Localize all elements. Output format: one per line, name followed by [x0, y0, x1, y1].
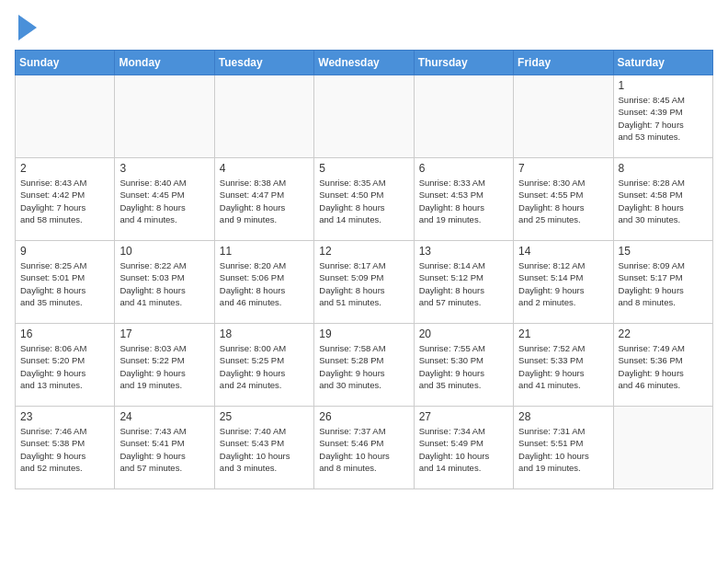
- day-number: 25: [220, 410, 309, 423]
- logo: [15, 15, 37, 40]
- calendar-cell: 4Sunrise: 8:38 AM Sunset: 4:47 PM Daylig…: [214, 158, 313, 241]
- day-info: Sunrise: 8:03 AM Sunset: 5:22 PM Dayligh…: [119, 342, 209, 391]
- day-info: Sunrise: 7:55 AM Sunset: 5:30 PM Dayligh…: [419, 342, 508, 391]
- header: [15, 15, 713, 40]
- day-number: 13: [419, 245, 508, 258]
- calendar-cell: 5Sunrise: 8:35 AM Sunset: 4:50 PM Daylig…: [314, 158, 414, 241]
- day-info: Sunrise: 7:40 AM Sunset: 5:43 PM Dayligh…: [220, 425, 309, 474]
- calendar-cell: 21Sunrise: 7:52 AM Sunset: 5:33 PM Dayli…: [514, 324, 613, 407]
- calendar-cell: 1Sunrise: 8:45 AM Sunset: 4:39 PM Daylig…: [613, 75, 712, 158]
- day-number: 1: [619, 79, 708, 92]
- day-number: 17: [119, 327, 209, 340]
- day-info: Sunrise: 8:30 AM Sunset: 4:55 PM Dayligh…: [518, 177, 608, 225]
- calendar-cell: 12Sunrise: 8:17 AM Sunset: 5:09 PM Dayli…: [314, 241, 414, 324]
- calendar-cell: 10Sunrise: 8:22 AM Sunset: 5:03 PM Dayli…: [115, 241, 214, 324]
- calendar-week-row: 1Sunrise: 8:45 AM Sunset: 4:39 PM Daylig…: [16, 75, 713, 158]
- calendar-week-row: 23Sunrise: 7:46 AM Sunset: 5:38 PM Dayli…: [16, 407, 713, 489]
- day-info: Sunrise: 7:43 AM Sunset: 5:41 PM Dayligh…: [119, 425, 209, 474]
- weekday-header: Friday: [514, 51, 613, 75]
- calendar-week-row: 9Sunrise: 8:25 AM Sunset: 5:01 PM Daylig…: [16, 241, 713, 324]
- day-info: Sunrise: 8:38 AM Sunset: 4:47 PM Dayligh…: [220, 177, 309, 225]
- calendar-cell: 22Sunrise: 7:49 AM Sunset: 5:36 PM Dayli…: [613, 324, 712, 407]
- day-info: Sunrise: 8:09 AM Sunset: 5:17 PM Dayligh…: [619, 259, 708, 308]
- calendar-table: SundayMondayTuesdayWednesdayThursdayFrid…: [15, 50, 713, 489]
- day-number: 4: [220, 162, 309, 175]
- calendar-cell: 19Sunrise: 7:58 AM Sunset: 5:28 PM Dayli…: [314, 324, 414, 407]
- calendar-cell: 7Sunrise: 8:30 AM Sunset: 4:55 PM Daylig…: [514, 158, 613, 241]
- day-info: Sunrise: 8:00 AM Sunset: 5:25 PM Dayligh…: [220, 342, 309, 391]
- day-info: Sunrise: 7:46 AM Sunset: 5:38 PM Dayligh…: [20, 425, 109, 474]
- day-info: Sunrise: 7:34 AM Sunset: 5:49 PM Dayligh…: [419, 425, 508, 474]
- calendar-cell: 15Sunrise: 8:09 AM Sunset: 5:17 PM Dayli…: [613, 241, 712, 324]
- weekday-header: Sunday: [16, 51, 115, 75]
- weekday-header: Tuesday: [214, 51, 313, 75]
- calendar-cell: [514, 75, 613, 158]
- calendar-cell: 9Sunrise: 8:25 AM Sunset: 5:01 PM Daylig…: [16, 241, 115, 324]
- day-number: 9: [20, 245, 109, 258]
- calendar-cell: 20Sunrise: 7:55 AM Sunset: 5:30 PM Dayli…: [414, 324, 513, 407]
- weekday-header: Saturday: [613, 51, 712, 75]
- day-info: Sunrise: 8:35 AM Sunset: 4:50 PM Dayligh…: [319, 177, 408, 225]
- day-number: 6: [419, 162, 508, 175]
- day-number: 11: [220, 245, 309, 258]
- day-number: 5: [319, 162, 408, 175]
- calendar-cell: 25Sunrise: 7:40 AM Sunset: 5:43 PM Dayli…: [214, 407, 313, 489]
- day-info: Sunrise: 7:58 AM Sunset: 5:28 PM Dayligh…: [319, 342, 408, 391]
- day-number: 16: [20, 327, 109, 340]
- calendar-cell: 24Sunrise: 7:43 AM Sunset: 5:41 PM Dayli…: [115, 407, 214, 489]
- calendar-header-row: SundayMondayTuesdayWednesdayThursdayFrid…: [16, 51, 713, 75]
- day-info: Sunrise: 8:22 AM Sunset: 5:03 PM Dayligh…: [119, 259, 209, 308]
- day-number: 7: [518, 162, 608, 175]
- day-number: 2: [20, 162, 109, 175]
- calendar-cell: 2Sunrise: 8:43 AM Sunset: 4:42 PM Daylig…: [16, 158, 115, 241]
- calendar-cell: [314, 75, 414, 158]
- day-number: 10: [119, 245, 209, 258]
- day-number: 15: [619, 245, 708, 258]
- calendar-cell: 27Sunrise: 7:34 AM Sunset: 5:49 PM Dayli…: [414, 407, 513, 489]
- calendar-cell: 23Sunrise: 7:46 AM Sunset: 5:38 PM Dayli…: [16, 407, 115, 489]
- calendar-week-row: 16Sunrise: 8:06 AM Sunset: 5:20 PM Dayli…: [16, 324, 713, 407]
- calendar-cell: 6Sunrise: 8:33 AM Sunset: 4:53 PM Daylig…: [414, 158, 513, 241]
- calendar-cell: [115, 75, 214, 158]
- day-number: 21: [518, 327, 608, 340]
- calendar-cell: 8Sunrise: 8:28 AM Sunset: 4:58 PM Daylig…: [613, 158, 712, 241]
- day-info: Sunrise: 7:37 AM Sunset: 5:46 PM Dayligh…: [319, 425, 408, 474]
- day-info: Sunrise: 8:43 AM Sunset: 4:42 PM Dayligh…: [20, 177, 109, 225]
- day-info: Sunrise: 8:12 AM Sunset: 5:14 PM Dayligh…: [518, 259, 608, 308]
- calendar-cell: 11Sunrise: 8:20 AM Sunset: 5:06 PM Dayli…: [214, 241, 313, 324]
- day-number: 3: [119, 162, 209, 175]
- logo-icon: [18, 15, 37, 40]
- calendar-cell: 17Sunrise: 8:03 AM Sunset: 5:22 PM Dayli…: [115, 324, 214, 407]
- calendar-cell: 14Sunrise: 8:12 AM Sunset: 5:14 PM Dayli…: [514, 241, 613, 324]
- day-info: Sunrise: 7:49 AM Sunset: 5:36 PM Dayligh…: [619, 342, 708, 391]
- day-number: 12: [319, 245, 408, 258]
- day-number: 20: [419, 327, 508, 340]
- calendar-cell: 28Sunrise: 7:31 AM Sunset: 5:51 PM Dayli…: [514, 407, 613, 489]
- calendar-cell: 13Sunrise: 8:14 AM Sunset: 5:12 PM Dayli…: [414, 241, 513, 324]
- day-info: Sunrise: 8:20 AM Sunset: 5:06 PM Dayligh…: [220, 259, 309, 308]
- day-info: Sunrise: 8:17 AM Sunset: 5:09 PM Dayligh…: [319, 259, 408, 308]
- calendar-cell: 3Sunrise: 8:40 AM Sunset: 4:45 PM Daylig…: [115, 158, 214, 241]
- calendar-cell: [414, 75, 513, 158]
- day-info: Sunrise: 8:40 AM Sunset: 4:45 PM Dayligh…: [119, 177, 209, 225]
- day-info: Sunrise: 8:14 AM Sunset: 5:12 PM Dayligh…: [419, 259, 508, 308]
- calendar-cell: 26Sunrise: 7:37 AM Sunset: 5:46 PM Dayli…: [314, 407, 414, 489]
- day-info: Sunrise: 8:33 AM Sunset: 4:53 PM Dayligh…: [419, 177, 508, 225]
- calendar-cell: [16, 75, 115, 158]
- day-number: 22: [619, 327, 708, 340]
- day-number: 27: [419, 410, 508, 423]
- day-number: 19: [319, 327, 408, 340]
- day-info: Sunrise: 8:45 AM Sunset: 4:39 PM Dayligh…: [619, 94, 708, 143]
- day-info: Sunrise: 8:06 AM Sunset: 5:20 PM Dayligh…: [20, 342, 109, 391]
- calendar-week-row: 2Sunrise: 8:43 AM Sunset: 4:42 PM Daylig…: [16, 158, 713, 241]
- day-number: 8: [619, 162, 708, 175]
- day-number: 23: [20, 410, 109, 423]
- calendar-cell: 18Sunrise: 8:00 AM Sunset: 5:25 PM Dayli…: [214, 324, 313, 407]
- calendar-cell: [613, 407, 712, 489]
- day-number: 26: [319, 410, 408, 423]
- weekday-header: Wednesday: [314, 51, 414, 75]
- day-info: Sunrise: 8:25 AM Sunset: 5:01 PM Dayligh…: [20, 259, 109, 308]
- calendar-cell: 16Sunrise: 8:06 AM Sunset: 5:20 PM Dayli…: [16, 324, 115, 407]
- day-info: Sunrise: 7:52 AM Sunset: 5:33 PM Dayligh…: [518, 342, 608, 391]
- calendar-cell: [214, 75, 313, 158]
